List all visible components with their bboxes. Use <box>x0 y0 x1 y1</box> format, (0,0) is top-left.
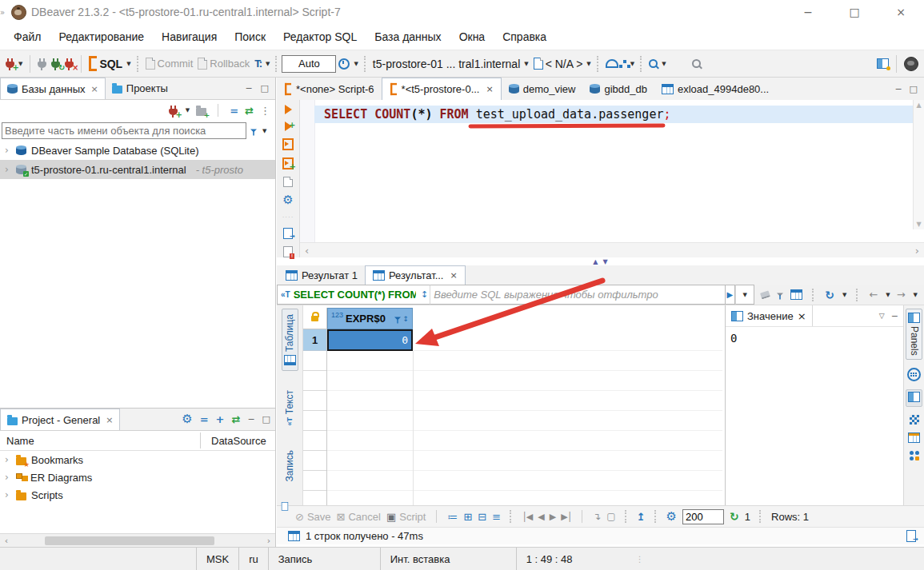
filter-overflow-icon[interactable]: ▶ <box>726 285 736 305</box>
grid-row-empty[interactable] <box>327 351 722 371</box>
add-row-icon[interactable]: ⊞ <box>463 511 472 523</box>
validate-script-icon[interactable]: ! <box>283 246 293 257</box>
transaction-history-button[interactable]: ▼ <box>336 54 360 74</box>
expand-filter-icon[interactable]: ↕ <box>419 285 430 305</box>
project-maximize-icon[interactable]: □ <box>262 414 270 425</box>
sash-up-icon[interactable]: ▲ <box>593 258 598 265</box>
menu-file[interactable]: Файл <box>5 30 50 43</box>
execute-new-tab-icon[interactable]: + <box>285 122 292 131</box>
go-to-row-icon[interactable]: ↴ <box>593 511 601 522</box>
minimize-icon[interactable]: − <box>785 0 831 24</box>
navigator-minimize-icon[interactable]: − <box>245 83 252 94</box>
status-language[interactable]: ru <box>239 548 269 570</box>
tab-projects[interactable]: Проекты <box>106 78 174 99</box>
panels-toggle-button[interactable]: Panels <box>906 309 922 360</box>
grid-row-empty[interactable] <box>327 391 722 411</box>
aggregate-panel-icon[interactable] <box>908 432 920 443</box>
copy-result-icon[interactable]: → <box>906 530 916 542</box>
menu-navigation[interactable]: Навигация <box>153 30 226 43</box>
scroll-thumb[interactable] <box>45 536 214 545</box>
scroll-right-icon[interactable]: › <box>915 245 919 257</box>
commit-button[interactable]: Commit <box>143 54 196 74</box>
tab-databases-close-icon[interactable]: × <box>91 84 98 94</box>
value-viewer-toggle-icon[interactable] <box>906 389 922 407</box>
row-header-empty[interactable] <box>303 471 326 491</box>
tab-result-1[interactable]: Результат 1 <box>278 265 365 285</box>
editor-vertical-scrollbar[interactable]: ▲ ▼ <box>913 100 924 229</box>
row-header-1[interactable]: 1 <box>303 329 327 351</box>
navigator-new-connection-icon[interactable]: + <box>169 109 178 115</box>
active-connection-selector[interactable]: t5-prostore-01 ... tral1.internal ▼ <box>370 54 531 74</box>
result-filter-input[interactable] <box>430 285 725 305</box>
project-item-bookmarks[interactable]: › ★ Bookmarks <box>0 451 275 468</box>
column-datasource[interactable]: DataSource <box>198 435 266 447</box>
value-panel-minimize-icon[interactable]: − <box>891 311 898 321</box>
sql-editor[interactable]: + + ⚙ ···· → ! SELECT COUNT (*) FROM tes… <box>277 100 924 257</box>
commit-mode-selector[interactable]: Auto <box>282 55 336 73</box>
sql-text-area[interactable]: SELECT COUNT (*) FROM test_upload_data.p… <box>314 100 913 257</box>
menu-search[interactable]: Поиск <box>226 30 274 43</box>
export-data-icon[interactable]: ↥ <box>637 511 646 523</box>
project-expand-all-icon[interactable]: + <box>216 413 225 425</box>
tab-databases[interactable]: Базы данных × <box>0 78 106 99</box>
sash-down-icon[interactable]: ▼ <box>603 258 608 265</box>
grid-row-empty[interactable] <box>327 411 722 431</box>
close-icon[interactable]: × <box>878 0 924 24</box>
grid-row-empty[interactable] <box>327 371 722 391</box>
project-item-scripts[interactable]: › Scripts <box>0 486 275 504</box>
editor-horizontal-scrollbar[interactable]: ‹ › <box>300 242 924 257</box>
nav-back-icon[interactable]: ← <box>869 289 878 301</box>
view-tab-text[interactable]: Текст «T <box>282 385 297 431</box>
column-header-expr0[interactable]: 123 EXPR$0 ↕ <box>327 308 413 329</box>
editor-settings-gear-icon[interactable]: ⚙ <box>282 194 293 206</box>
grid-body[interactable] <box>327 351 722 505</box>
project-collapse-all-icon[interactable]: = <box>200 413 209 425</box>
tab-value[interactable]: Значение × <box>726 305 813 326</box>
maximize-icon[interactable]: □ <box>831 0 878 24</box>
tab-gibdd-db[interactable]: gibdd_db <box>582 78 654 100</box>
row-header-empty[interactable] <box>303 411 326 431</box>
transaction-log-button[interactable]: T: ▼ <box>252 54 272 74</box>
collapse-all-icon[interactable]: = <box>230 105 238 117</box>
editor-results-sash[interactable]: ▲ ▼ <box>277 257 924 265</box>
expand-chevron-icon[interactable]: › <box>5 145 11 156</box>
editor-minimize-icon[interactable]: − <box>894 84 902 94</box>
tree-item-sample-database[interactable]: › DBeaver Sample Database (SQLite) <box>0 141 275 160</box>
previous-row-icon[interactable]: ◀ <box>538 512 543 522</box>
column-name[interactable]: Name <box>0 435 198 447</box>
project-item-er-diagrams[interactable]: › ER Diagrams <box>0 468 275 486</box>
explain-plan-icon[interactable] <box>283 177 293 188</box>
executed-query-label[interactable]: «T SELECT COUNT(*) FROM te <box>277 285 419 305</box>
open-perspective-button[interactable] <box>874 54 891 74</box>
project-link-icon[interactable]: ⇄ <box>231 413 240 425</box>
filter-history-dropdown-icon[interactable]: ▼ <box>735 285 754 305</box>
connect-button[interactable] <box>35 54 49 74</box>
reconnect-button[interactable]: ↻ <box>49 54 62 74</box>
select-row-icon[interactable]: ▢ <box>606 511 615 522</box>
view-tab-record[interactable]: Запись <box>282 445 297 486</box>
expand-chevron-icon[interactable]: › <box>5 454 11 465</box>
dbeaver-perspective-button[interactable] <box>902 54 921 74</box>
project-settings-gear-icon[interactable]: ⚙ <box>182 413 192 425</box>
object-search-input[interactable] <box>2 122 246 139</box>
tab-project-general[interactable]: Project - General × <box>0 409 120 430</box>
selected-cell-value[interactable]: 0 <box>327 329 413 351</box>
export-result-icon[interactable]: → <box>283 228 293 239</box>
scroll-left-icon[interactable]: ‹ <box>305 245 309 257</box>
grid-row-empty[interactable] <box>327 431 722 451</box>
scroll-right-icon[interactable]: › <box>262 536 275 546</box>
row-header-empty[interactable] <box>303 371 326 391</box>
last-row-icon[interactable]: ▶│ <box>561 512 571 522</box>
connection-dropdown-icon[interactable]: ▼ <box>524 61 528 67</box>
next-row-icon[interactable]: ▶ <box>550 512 555 522</box>
navigator-maximize-icon[interactable]: □ <box>261 83 269 94</box>
execute-statement-icon[interactable] <box>285 105 292 114</box>
row-header-empty[interactable] <box>303 431 326 451</box>
project-minimize-icon[interactable]: − <box>247 414 254 425</box>
tab-project-close-icon[interactable]: × <box>106 415 113 425</box>
column-sort-icon[interactable]: ↕ <box>402 315 409 323</box>
editor-maximize-icon[interactable]: □ <box>910 84 918 94</box>
duplicate-row-icon[interactable]: ⊟ <box>478 511 486 523</box>
grid-settings-icon[interactable] <box>790 289 802 300</box>
first-row-icon[interactable]: │◀ <box>522 512 532 522</box>
